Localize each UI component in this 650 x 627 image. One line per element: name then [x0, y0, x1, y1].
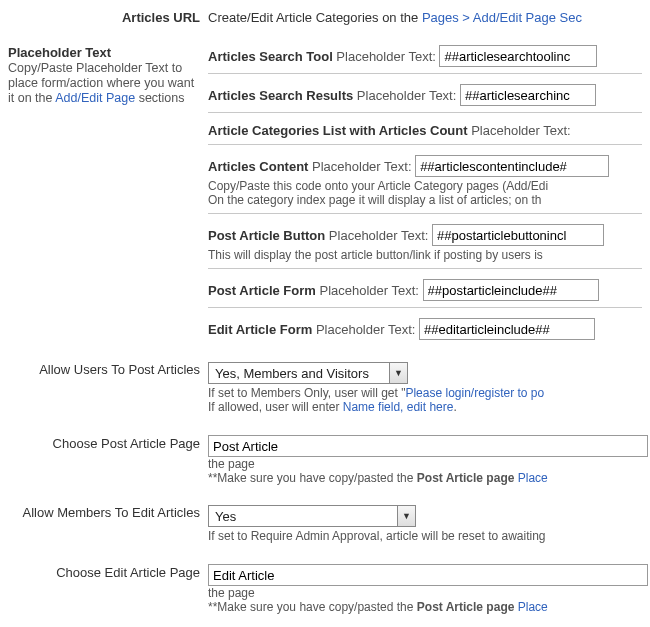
allow-post-help-link1[interactable]: Please login/register to po [405, 386, 544, 400]
post-button-sublabel: Placeholder Text: [325, 228, 428, 243]
choose-edit-help2-pre: **Make sure you have copy/pasted the [208, 600, 417, 614]
choose-edit-help2-bold: Post Article page [417, 600, 515, 614]
search-tool-sublabel: Placeholder Text: [333, 49, 436, 64]
post-button-input[interactable] [432, 224, 604, 246]
allow-post-help1: If set to Members Only, user will get " [208, 386, 405, 400]
post-form-sublabel: Placeholder Text: [316, 283, 419, 298]
allow-post-help2-pre: If allowed, user will enter [208, 400, 343, 414]
placeholder-text-desc: Copy/Paste Placeholder Text to place for… [8, 61, 194, 105]
allow-post-help2-post: . [453, 400, 456, 414]
placeholder-text-label: Placeholder Text [8, 45, 200, 60]
choose-edit-page-label: Choose Edit Article Page [56, 565, 200, 580]
choose-post-page-label: Choose Post Article Page [53, 436, 200, 451]
post-button-label: Post Article Button [208, 228, 325, 243]
post-form-label: Post Article Form [208, 283, 316, 298]
cats-list-sublabel: Placeholder Text: [468, 123, 571, 138]
search-results-label: Articles Search Results [208, 88, 353, 103]
allow-post-value: Yes, Members and Visitors [209, 363, 389, 383]
allow-edit-help: If set to Require Admin Approval, articl… [208, 529, 642, 543]
search-tool-label: Articles Search Tool [208, 49, 333, 64]
content-input[interactable] [415, 155, 609, 177]
allow-edit-label: Allow Members To Edit Articles [23, 505, 201, 520]
edit-form-sublabel: Placeholder Text: [312, 322, 415, 337]
edit-form-label: Edit Article Form [208, 322, 312, 337]
content-help1: Copy/Paste this code onto your Article C… [208, 179, 642, 193]
choose-edit-help2-link[interactable]: Place [514, 600, 547, 614]
choose-edit-help1: the page [208, 586, 642, 600]
placeholder-add-edit-link[interactable]: Add/Edit Page [55, 91, 135, 105]
articles-url-desc: Create/Edit Article Categories on the [208, 10, 422, 25]
cats-list-label: Article Categories List with Articles Co… [208, 123, 468, 138]
choose-post-help2-pre: **Make sure you have copy/pasted the [208, 471, 417, 485]
content-label: Articles Content [208, 159, 308, 174]
allow-edit-select[interactable]: Yes ▼ [208, 505, 416, 527]
articles-url-label: Articles URL [122, 10, 200, 25]
search-results-input[interactable] [460, 84, 596, 106]
allow-edit-value: Yes [209, 506, 397, 526]
choose-post-help2-link[interactable]: Place [514, 471, 547, 485]
choose-post-help2-bold: Post Article page [417, 471, 515, 485]
choose-post-help1: the page [208, 457, 642, 471]
chevron-down-icon: ▼ [397, 506, 415, 526]
search-results-sublabel: Placeholder Text: [353, 88, 456, 103]
content-help2: On the category index page it will displ… [208, 193, 642, 207]
chevron-down-icon: ▼ [389, 363, 407, 383]
articles-url-link[interactable]: Pages > Add/Edit Page Sec [422, 10, 582, 25]
choose-edit-page-input[interactable] [208, 564, 648, 586]
edit-form-input[interactable] [419, 318, 595, 340]
allow-post-help2-link[interactable]: Name field, edit here [343, 400, 454, 414]
allow-post-select[interactable]: Yes, Members and Visitors ▼ [208, 362, 408, 384]
choose-post-page-input[interactable] [208, 435, 648, 457]
allow-post-label: Allow Users To Post Articles [39, 362, 200, 377]
post-button-help: This will display the post article butto… [208, 248, 642, 262]
post-form-input[interactable] [423, 279, 599, 301]
content-sublabel: Placeholder Text: [308, 159, 411, 174]
search-tool-input[interactable] [439, 45, 597, 67]
